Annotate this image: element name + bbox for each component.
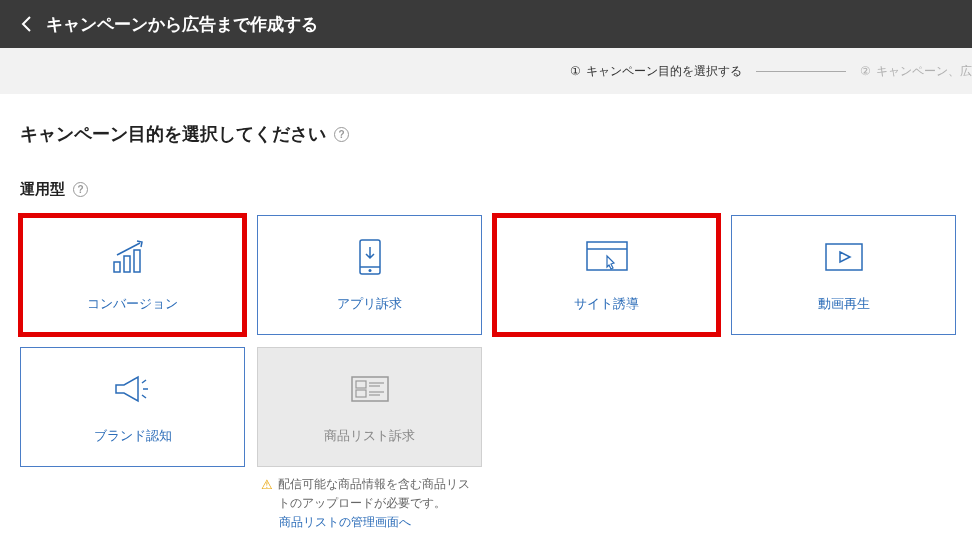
card-conversion[interactable]: コンバージョン — [20, 215, 245, 335]
card-app-appeal-label: アプリ訴求 — [337, 295, 402, 313]
notice-text: 配信可能な商品情報を含む商品リストのアップロードが必要です。 — [278, 475, 478, 513]
header-bar: キャンペーンから広告まで作成する — [0, 0, 972, 48]
card-product-list-label: 商品リスト訴求 — [324, 427, 415, 445]
card-site-guide[interactable]: サイト誘導 — [494, 215, 719, 335]
product-list-notice: ⚠ 配信可能な商品情報を含む商品リストのアップロードが必要です。 商品リストの管… — [257, 475, 482, 533]
stepper-bar: ① キャンペーン目的を選択する ② キャンペーン、広 — [0, 48, 972, 94]
card-brand-aware-label: ブランド認知 — [94, 427, 172, 445]
section-title-text: キャンペーン目的を選択してください — [20, 122, 326, 146]
back-icon[interactable] — [16, 14, 36, 34]
subsection-title: 運用型 ? — [20, 180, 952, 199]
svg-rect-8 — [356, 390, 366, 397]
step-2: ② キャンペーン、広 — [860, 63, 972, 80]
svg-rect-5 — [826, 244, 862, 270]
warning-icon: ⚠ — [261, 475, 273, 496]
cards-grid: コンバージョン アプリ訴求 サイト誘導 — [20, 215, 952, 467]
svg-rect-7 — [356, 381, 366, 388]
card-video-play[interactable]: 動画再生 — [731, 215, 956, 335]
step-1-num: ① — [570, 64, 581, 78]
megaphone-icon — [112, 369, 154, 409]
main-content: キャンペーン目的を選択してください ? 運用型 ? コンバージョン — [0, 94, 972, 533]
conversion-icon — [111, 237, 155, 277]
video-icon — [824, 237, 864, 277]
step-divider — [756, 71, 846, 72]
card-video-play-label: 動画再生 — [818, 295, 870, 313]
step-2-label: キャンペーン、広 — [876, 63, 972, 80]
step-1: ① キャンペーン目的を選択する — [570, 63, 742, 80]
product-list-link[interactable]: 商品リストの管理画面へ — [279, 513, 478, 532]
step-2-num: ② — [860, 64, 871, 78]
site-icon — [584, 237, 630, 277]
help-icon[interactable]: ? — [73, 182, 88, 197]
card-conversion-label: コンバージョン — [87, 295, 178, 313]
card-app-appeal[interactable]: アプリ訴求 — [257, 215, 482, 335]
card-brand-aware[interactable]: ブランド認知 — [20, 347, 245, 467]
notice-row-grid: ⚠ 配信可能な商品情報を含む商品リストのアップロードが必要です。 商品リストの管… — [20, 475, 952, 533]
product-list-icon — [350, 369, 390, 409]
app-icon — [356, 237, 384, 277]
section-title: キャンペーン目的を選択してください ? — [20, 122, 952, 146]
header-title: キャンペーンから広告まで作成する — [46, 13, 318, 36]
card-site-guide-label: サイト誘導 — [574, 295, 639, 313]
subsection-title-text: 運用型 — [20, 180, 65, 199]
help-icon[interactable]: ? — [334, 127, 349, 142]
step-1-label: キャンペーン目的を選択する — [586, 63, 742, 80]
card-product-list: 商品リスト訴求 — [257, 347, 482, 467]
svg-point-2 — [368, 269, 371, 272]
